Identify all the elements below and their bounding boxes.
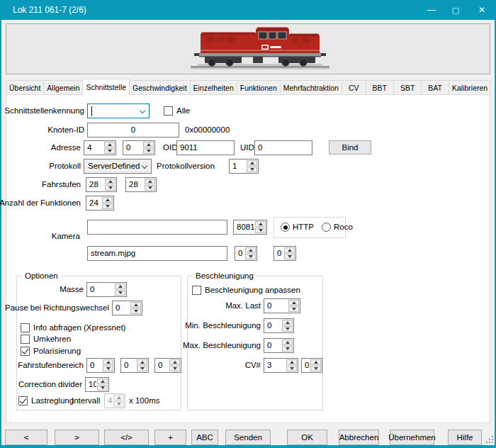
protokollversion-spinner[interactable]: 1 xyxy=(229,159,259,174)
spin-up-button[interactable] xyxy=(130,302,141,308)
beschleunigung-anpassen-checkbox[interactable] xyxy=(192,286,201,295)
spin-down-button[interactable] xyxy=(104,148,115,154)
spin-up-button[interactable] xyxy=(105,179,115,184)
spin-down-button[interactable] xyxy=(310,366,321,371)
add-button[interactable]: + xyxy=(154,430,186,445)
anzahl-funktionen-spinner[interactable]: 24 xyxy=(86,196,114,211)
spin-down-button[interactable] xyxy=(130,308,141,314)
spin-up-button[interactable] xyxy=(169,359,180,365)
spin-up-button[interactable] xyxy=(286,359,297,365)
polarisierung-checkbox[interactable] xyxy=(21,347,30,356)
adresse-spinner-1[interactable]: 4 xyxy=(84,140,116,155)
kennung-combobox[interactable] xyxy=(87,103,150,118)
spin-up-button[interactable] xyxy=(284,247,295,253)
knoten-id-input[interactable]: 0 xyxy=(87,123,179,138)
spin-down-button[interactable] xyxy=(284,254,295,259)
spin-up-button[interactable] xyxy=(310,359,321,365)
fahrstufen-spinner-1[interactable]: 28 xyxy=(86,177,117,192)
roco-radio[interactable] xyxy=(322,223,331,232)
tab-cv[interactable]: CV xyxy=(342,80,366,95)
spin-up-button[interactable] xyxy=(145,179,155,184)
kamera-spinner-2[interactable]: 0 xyxy=(274,246,296,261)
protokoll-combobox[interactable]: ServerDefined xyxy=(84,159,152,174)
spin-up-button[interactable] xyxy=(113,395,124,401)
uid-input[interactable]: 0 xyxy=(254,140,312,155)
umkehren-checkbox[interactable] xyxy=(21,335,30,344)
kamera-url-input[interactable] xyxy=(87,220,227,235)
tab-schnittstelle[interactable]: Schnittstelle xyxy=(82,79,130,96)
spin-down-button[interactable] xyxy=(105,185,115,191)
spin-down-button[interactable] xyxy=(245,254,256,259)
spin-up-button[interactable] xyxy=(282,320,293,325)
spin-up-button[interactable] xyxy=(255,221,266,227)
spin-up-button[interactable] xyxy=(103,359,113,365)
spin-down-button[interactable] xyxy=(103,366,113,371)
tab-mehrfachtraktion[interactable]: Mehrfachtraktion xyxy=(280,80,342,95)
cv-spinner-1[interactable]: 3 xyxy=(264,358,298,373)
spin-up-button[interactable] xyxy=(282,340,293,345)
http-radio[interactable] xyxy=(281,223,290,232)
resize-grip[interactable] xyxy=(486,436,493,443)
spin-down-button[interactable] xyxy=(282,326,293,332)
spin-down-button[interactable] xyxy=(255,228,266,233)
next-button[interactable]: > xyxy=(55,430,99,445)
masse-spinner[interactable]: 0 xyxy=(86,282,127,297)
hilfe-button[interactable]: Hilfe xyxy=(448,430,482,445)
lastreglung-checkbox[interactable] xyxy=(18,396,28,405)
maximize-icon[interactable]: ▢ xyxy=(444,0,468,20)
abc-button[interactable]: ABC xyxy=(191,430,218,445)
spin-up-button[interactable] xyxy=(288,300,299,306)
spin-down-button[interactable] xyxy=(286,366,297,371)
spin-up-button[interactable] xyxy=(143,142,154,147)
spin-down-button[interactable] xyxy=(282,346,293,352)
cv-spinner-2[interactable]: 0 xyxy=(301,358,322,373)
spin-up-button[interactable] xyxy=(104,142,115,147)
chevron-down-icon[interactable] xyxy=(140,108,145,113)
kamera-port-spinner[interactable]: 8081 xyxy=(233,220,267,235)
spin-up-button[interactable] xyxy=(115,284,125,289)
max-last-spinner[interactable]: 0 xyxy=(264,298,300,313)
uebernehmen-button[interactable]: Übernehmen xyxy=(390,430,434,445)
spin-down-button[interactable] xyxy=(143,148,154,154)
tab-allgemein[interactable]: Allgemein xyxy=(43,80,83,95)
adresse-spinner-2[interactable]: 0 xyxy=(123,140,155,155)
bind-button[interactable]: Bind xyxy=(329,140,371,155)
tab-bat[interactable]: BAT xyxy=(421,80,449,95)
max-beschleunigung-spinner[interactable]: 0 xyxy=(264,338,294,353)
tab-einzelheiten[interactable]: Einzelheiten xyxy=(190,80,237,95)
spin-up-button[interactable] xyxy=(245,247,256,253)
min-beschleunigung-spinner[interactable]: 0 xyxy=(264,318,294,333)
chevron-down-icon[interactable] xyxy=(142,163,147,169)
close-icon[interactable]: ✕ xyxy=(470,0,494,20)
oid-input[interactable]: 9011 xyxy=(176,140,235,155)
tab-kalibrieren[interactable]: Kalibrieren xyxy=(449,80,491,95)
spin-down-button[interactable] xyxy=(288,306,299,312)
minimize-icon[interactable]: — xyxy=(419,0,444,20)
pause-spinner[interactable]: 0 xyxy=(112,301,142,315)
abbrechen-button[interactable]: Abbrechen xyxy=(339,430,379,445)
spin-down-button[interactable] xyxy=(115,290,125,296)
prev-button[interactable]: < xyxy=(5,430,47,445)
info-abfragen-checkbox[interactable] xyxy=(21,323,30,332)
fahrstufenbereich-spinner-3[interactable]: 0 xyxy=(154,358,181,373)
spin-down-button[interactable] xyxy=(247,167,257,172)
spin-up-button[interactable] xyxy=(247,160,257,166)
senden-button[interactable]: Senden xyxy=(225,430,271,445)
ok-button[interactable]: OK xyxy=(287,430,327,445)
spin-down-button[interactable] xyxy=(113,401,124,407)
spin-down-button[interactable] xyxy=(169,366,180,371)
tab-bbt[interactable]: BBT xyxy=(366,80,394,95)
spin-down-button[interactable] xyxy=(145,185,155,191)
kamera-stream-input[interactable]: stream.mjpg xyxy=(87,246,227,261)
tab-funktionen[interactable]: Funktionen xyxy=(237,80,281,95)
alle-checkbox[interactable] xyxy=(164,106,173,116)
fahrstufenbereich-spinner-2[interactable]: 0 xyxy=(120,358,149,373)
spin-down-button[interactable] xyxy=(97,385,108,391)
spin-down-button[interactable] xyxy=(137,366,147,371)
spin-up-button[interactable] xyxy=(137,359,147,365)
tab-uebersicht[interactable]: Übersicht xyxy=(6,80,44,95)
spin-up-button[interactable] xyxy=(97,379,108,384)
tab-sbt[interactable]: SBT xyxy=(393,80,422,95)
tab-geschwindigkeit[interactable]: Geschwindigkeit xyxy=(129,80,190,95)
code-button[interactable]: </> xyxy=(104,430,149,445)
